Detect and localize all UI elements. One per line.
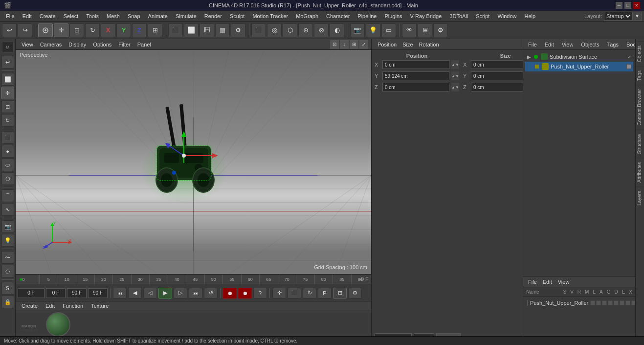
- go-to-end-button[interactable]: ⏭: [189, 288, 202, 299]
- key-settings-button[interactable]: ⚙: [348, 288, 362, 299]
- pos-z-button[interactable]: Z: [132, 23, 147, 37]
- side-rotate[interactable]: ↻: [1, 114, 14, 127]
- menu-simulate[interactable]: Simulate: [172, 12, 200, 20]
- scale-tool-button[interactable]: ⊡: [69, 23, 84, 37]
- viewport-maximize[interactable]: ⤢: [359, 40, 368, 49]
- viewport-ctrl-3[interactable]: ⊞: [350, 40, 358, 49]
- viewport-panel-menu[interactable]: Panel: [134, 41, 154, 48]
- record-loop-button[interactable]: ↺: [204, 288, 218, 299]
- current-frame-input[interactable]: [18, 288, 44, 298]
- objlist-file-menu[interactable]: File: [525, 278, 540, 286]
- menu-character[interactable]: Character: [322, 12, 354, 20]
- move-tool-button[interactable]: ✛: [54, 23, 68, 37]
- maximize-button[interactable]: □: [624, 2, 631, 9]
- mat-function-menu[interactable]: Function: [60, 302, 86, 310]
- play-backward-button[interactable]: ◀: [128, 288, 142, 299]
- obj-edit-menu[interactable]: Edit: [542, 41, 557, 48]
- side-bend[interactable]: ⌒: [1, 189, 14, 202]
- menu-pipeline[interactable]: Pipeline: [354, 12, 380, 20]
- menu-file[interactable]: File: [2, 12, 19, 20]
- viewport-3d[interactable]: Perspective: [16, 50, 371, 274]
- position-y-input[interactable]: [382, 71, 449, 80]
- side-lock[interactable]: 🔒: [1, 296, 14, 308]
- menu-sculpt[interactable]: Sculpt: [226, 12, 249, 20]
- menu-mesh[interactable]: Mesh: [103, 12, 124, 20]
- render-preview-button[interactable]: 👁: [402, 23, 417, 37]
- key-rotate-button[interactable]: ↻: [303, 288, 316, 299]
- mat-texture-menu[interactable]: Texture: [88, 302, 111, 310]
- tab-layers[interactable]: Layers: [636, 186, 644, 209]
- position-x-input[interactable]: [382, 60, 449, 69]
- render-settings-btn2[interactable]: ⚙: [231, 23, 245, 37]
- side-undo[interactable]: ↩: [1, 56, 14, 69]
- render-viewport-button[interactable]: 🖥: [418, 23, 432, 37]
- viewport-options-menu[interactable]: Options: [90, 41, 114, 48]
- position-y-spinner[interactable]: ▲▼: [451, 71, 459, 80]
- viewport-ctrl-2[interactable]: ↓: [340, 40, 349, 49]
- objlist-view-menu[interactable]: View: [555, 278, 573, 286]
- menu-script[interactable]: Script: [472, 12, 493, 20]
- side-spline[interactable]: 〜: [1, 251, 14, 264]
- floor-button[interactable]: ▭: [381, 23, 396, 37]
- go-to-start-button[interactable]: ⏮: [113, 288, 127, 299]
- tab-tags[interactable]: Tags: [636, 66, 644, 85]
- pos-x-button[interactable]: X: [101, 23, 115, 37]
- coord-mode-button[interactable]: ⊞: [148, 23, 162, 37]
- primitive-surface-button[interactable]: ◎: [267, 23, 282, 37]
- next-frame-button[interactable]: ▷: [174, 288, 187, 299]
- tab-content-browser[interactable]: Content Browser: [636, 85, 644, 129]
- extrude-button[interactable]: ⊕: [298, 23, 313, 37]
- side-cube[interactable]: ⬛: [1, 131, 14, 144]
- coord-position-tab[interactable]: Position: [375, 41, 400, 48]
- key-grid-button[interactable]: ⊞: [333, 288, 347, 299]
- viewport-view-menu[interactable]: View: [19, 41, 36, 48]
- layout-select[interactable]: Startup: [604, 12, 632, 21]
- menu-plugins[interactable]: Plugins: [380, 12, 406, 20]
- render-region-button[interactable]: ⬛: [168, 23, 183, 37]
- side-polygon[interactable]: ⬡: [1, 172, 14, 185]
- obj-file-menu[interactable]: File: [525, 41, 540, 48]
- start-frame-input[interactable]: [46, 288, 66, 298]
- side-move[interactable]: ✛: [1, 87, 14, 99]
- menu-render[interactable]: Render: [200, 12, 226, 20]
- menu-mograph[interactable]: MoGraph: [292, 12, 322, 20]
- menu-tools[interactable]: Tools: [82, 12, 103, 20]
- edge-button[interactable]: ◐: [330, 23, 344, 37]
- coord-size-tab[interactable]: Size: [400, 41, 416, 48]
- viewport-cameras-menu[interactable]: Cameras: [37, 41, 65, 48]
- record-button[interactable]: ⏺: [223, 288, 237, 299]
- polygon-button[interactable]: ⬡: [283, 23, 297, 37]
- side-light[interactable]: 💡: [1, 234, 14, 247]
- prev-frame-button[interactable]: ◁: [143, 288, 157, 299]
- auto-key-button[interactable]: ⏺: [238, 288, 252, 299]
- viewport-display-menu[interactable]: Display: [66, 41, 89, 48]
- mat-create-menu[interactable]: Create: [19, 302, 41, 310]
- viewport-ctrl-1[interactable]: ⊡: [330, 40, 339, 49]
- menu-select[interactable]: Select: [60, 12, 83, 20]
- menu-animate[interactable]: Animate: [144, 12, 172, 20]
- push-nut-item[interactable]: Push_Nut_Upper_Roller: [525, 62, 633, 71]
- pos-y-button[interactable]: Y: [116, 23, 131, 37]
- menu-3dtoall[interactable]: 3DToAll: [445, 12, 472, 20]
- obj-view-menu[interactable]: View: [559, 41, 577, 48]
- menu-edit[interactable]: Edit: [19, 12, 36, 20]
- preview-end-input[interactable]: [88, 288, 108, 298]
- side-nurbs[interactable]: ◌: [1, 265, 14, 277]
- play-button[interactable]: ▶: [158, 288, 172, 299]
- side-plugin[interactable]: S: [1, 282, 14, 295]
- position-x-spinner[interactable]: ▲▼: [451, 60, 459, 69]
- minimize-button[interactable]: ─: [616, 2, 622, 9]
- mat-edit-menu[interactable]: Edit: [43, 302, 58, 310]
- undo-button[interactable]: ↩: [2, 23, 17, 37]
- side-cylinder[interactable]: ⬭: [1, 159, 14, 171]
- side-scale[interactable]: ⊡: [1, 100, 14, 113]
- coord-rotation-tab[interactable]: Rotation: [416, 41, 442, 48]
- menu-create[interactable]: Create: [36, 12, 60, 20]
- side-select-rect[interactable]: ⬜: [1, 73, 14, 86]
- loop-cut-button[interactable]: ⊗: [314, 23, 329, 37]
- key-select-button[interactable]: ⬛: [288, 288, 301, 299]
- key-pos-button[interactable]: P: [318, 288, 332, 299]
- primitive-cube-button[interactable]: ⬛: [251, 23, 266, 37]
- side-camera[interactable]: 📷: [1, 220, 14, 233]
- menu-window[interactable]: Window: [493, 12, 520, 20]
